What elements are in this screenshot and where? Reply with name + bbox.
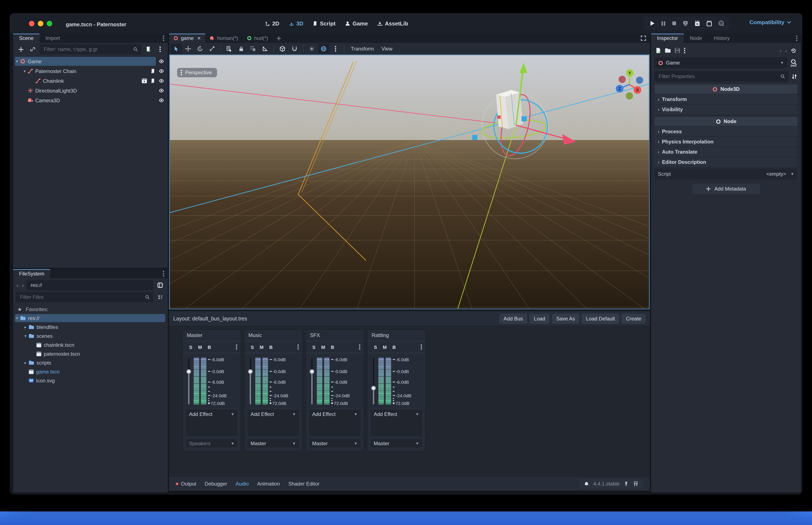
- category-node[interactable]: Node: [654, 117, 798, 126]
- stop-button[interactable]: [672, 21, 677, 26]
- history-forward-button[interactable]: ›: [785, 47, 787, 54]
- close-window-button[interactable]: [29, 21, 34, 26]
- scale-tool-button[interactable]: [206, 44, 218, 54]
- rotate-tool-button[interactable]: [194, 44, 206, 54]
- group-transform[interactable]: ›Transform: [654, 95, 798, 104]
- nav-forward-button[interactable]: ›: [21, 282, 25, 289]
- bottom-tab-output[interactable]: Output: [176, 481, 196, 487]
- select-tool-button[interactable]: [171, 44, 182, 54]
- preview-sun-button[interactable]: [306, 44, 317, 54]
- scene-tab-game[interactable]: game ✕: [169, 33, 205, 43]
- volume-slider[interactable]: [248, 358, 252, 404]
- bypass-button[interactable]: B: [266, 344, 276, 349]
- file-row-res[interactable]: ▾ res://: [14, 314, 167, 322]
- load-resource-folder-icon[interactable]: [665, 48, 671, 53]
- new-resource-icon[interactable]: [655, 47, 661, 54]
- bottom-tab-debugger[interactable]: Debugger: [205, 481, 227, 487]
- history-back-button[interactable]: ‹: [780, 47, 781, 54]
- attach-script-button[interactable]: [143, 44, 153, 54]
- tab-2d[interactable]: 2D: [265, 20, 279, 27]
- tree-row-chainlink[interactable]: Chainlink: [14, 76, 167, 86]
- scene-tree-menu-icon[interactable]: [155, 44, 165, 54]
- load-default-button[interactable]: Load Default: [582, 313, 619, 324]
- play-remote-debug-button[interactable]: [682, 20, 689, 26]
- visibility-eye-icon[interactable]: [158, 78, 164, 84]
- volume-knob[interactable]: [248, 369, 253, 374]
- tree-row-paternoster-chain[interactable]: ▾ Paternoster Chain: [14, 66, 167, 76]
- projection-menu[interactable]: Perspective: [177, 68, 217, 77]
- solo-button[interactable]: S: [371, 344, 380, 349]
- tree-row-camera3d[interactable]: Camera3D: [14, 95, 167, 105]
- tab-import[interactable]: Import: [40, 33, 66, 43]
- tab-filesystem[interactable]: FileSystem: [13, 269, 50, 279]
- bus-send-dropdown[interactable]: Master▼: [370, 438, 423, 448]
- version-label[interactable]: 4.4.1.stable: [593, 481, 620, 487]
- file-row-chainlink-tscn[interactable]: chainlink.tscn: [14, 340, 167, 349]
- bus-send-dropdown[interactable]: Master▼: [247, 438, 300, 448]
- add-effect-dropdown[interactable]: Add Effect▼: [309, 409, 361, 419]
- volume-slider[interactable]: [310, 358, 313, 404]
- open-docs-icon[interactable]: DOC: [790, 59, 798, 67]
- editable-instance-icon[interactable]: [142, 78, 147, 84]
- play-custom-scene-button[interactable]: [706, 20, 712, 26]
- edited-object-selector[interactable]: Game ▼: [654, 57, 787, 68]
- new-scene-tab-button[interactable]: [272, 33, 285, 43]
- bottom-tab-shader-editor[interactable]: Shader Editor: [289, 481, 320, 487]
- bus-menu-icon[interactable]: [297, 344, 299, 350]
- file-sort-button[interactable]: [155, 292, 165, 302]
- bus-menu-icon[interactable]: [359, 344, 360, 350]
- chevron-down-icon[interactable]: ▾: [14, 316, 20, 320]
- add-effect-dropdown[interactable]: Add Effect▼: [247, 409, 299, 419]
- group-process[interactable]: ›Process: [654, 127, 798, 136]
- file-row-game-tscn[interactable]: game.tscn: [14, 367, 167, 376]
- tab-node[interactable]: Node: [684, 33, 708, 43]
- close-icon[interactable]: ✕: [197, 35, 201, 41]
- script-property-row[interactable]: Script <empty> ▼: [654, 168, 798, 180]
- bypass-button[interactable]: B: [205, 344, 214, 349]
- renderer-dropdown[interactable]: Compatibility: [749, 19, 791, 26]
- pause-button[interactable]: [661, 20, 666, 26]
- bus-name[interactable]: Master: [182, 330, 241, 341]
- bottom-tab-audio[interactable]: Audio: [236, 481, 249, 487]
- move-tool-button[interactable]: [182, 44, 194, 54]
- use-snap-magnet-button[interactable]: [289, 44, 300, 54]
- file-filter-input[interactable]: [19, 294, 142, 300]
- scene-tab-human[interactable]: human(*): [205, 33, 242, 43]
- path-field[interactable]: [27, 280, 153, 290]
- nav-back-button[interactable]: ‹: [16, 282, 19, 289]
- movie-maker-button[interactable]: [718, 20, 724, 26]
- group-editor-description[interactable]: ›Editor Description: [654, 158, 798, 167]
- scene-filter-field[interactable]: [40, 44, 142, 54]
- add-metadata-button[interactable]: Add Metadata: [692, 184, 760, 194]
- minimize-window-button[interactable]: [38, 21, 43, 26]
- volume-knob[interactable]: [187, 369, 191, 374]
- tab-game[interactable]: Game: [345, 20, 368, 27]
- view-menu[interactable]: View: [378, 46, 396, 51]
- tab-assetlib[interactable]: AssetLib: [377, 20, 408, 27]
- bus-send-dropdown[interactable]: Speakers▼: [185, 438, 238, 448]
- toggle-split-mode-button[interactable]: [155, 280, 165, 290]
- chevron-right-icon[interactable]: ▸: [23, 325, 28, 329]
- bus-name[interactable]: SFX: [306, 330, 364, 341]
- filter-properties-field[interactable]: [654, 71, 789, 82]
- bus-name[interactable]: Music: [244, 330, 302, 341]
- file-row-scenes[interactable]: ▾ scenes: [14, 331, 167, 340]
- property-tools-icon[interactable]: [791, 73, 798, 79]
- play-button[interactable]: [649, 20, 655, 26]
- dock-menu-icon[interactable]: [793, 33, 801, 43]
- visibility-eye-icon[interactable]: [158, 59, 164, 64]
- file-row-scripts[interactable]: ▸ scripts: [14, 358, 167, 367]
- scene-filter-input[interactable]: [43, 46, 130, 52]
- mute-button[interactable]: M: [195, 344, 205, 349]
- dock-menu-icon[interactable]: [159, 33, 168, 43]
- load-button[interactable]: Load: [530, 313, 549, 324]
- bottom-tab-animation[interactable]: Animation: [257, 481, 280, 487]
- bus-menu-icon[interactable]: [420, 344, 422, 350]
- bus-send-dropdown[interactable]: Master▼: [308, 438, 361, 448]
- mute-button[interactable]: M: [380, 344, 389, 349]
- filter-properties-input[interactable]: [658, 73, 778, 80]
- tab-history[interactable]: History: [708, 33, 736, 43]
- transform-menu[interactable]: Transform: [348, 46, 377, 51]
- sun-environ-menu-icon[interactable]: [330, 44, 341, 54]
- resource-menu-icon[interactable]: [684, 47, 685, 54]
